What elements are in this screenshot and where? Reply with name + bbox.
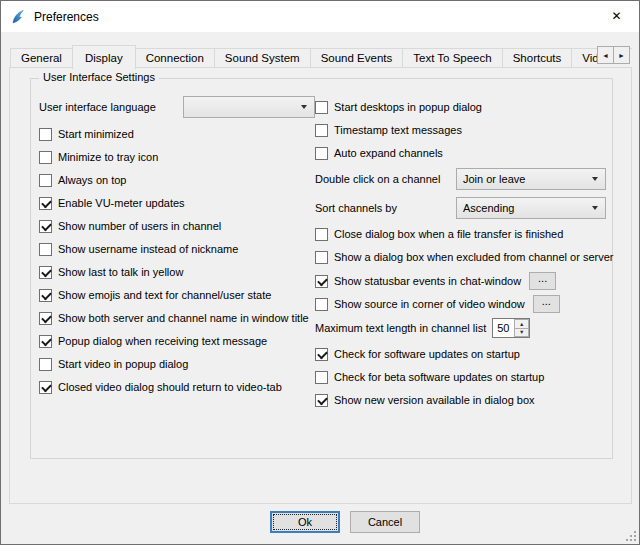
checkbox-show-user-count[interactable]: Show number of users in channel [39,218,315,234]
checkbox-server-channel-in-title[interactable]: Show both server and channel name in win… [39,310,315,326]
checkbox-box [39,197,52,210]
sort-channels-row: Sort channels by Ascending [315,197,606,219]
checkbox-closed-video-return[interactable]: Closed video dialog should return to vid… [39,379,315,395]
right-column: Start desktops in popup dialog Timestamp… [315,96,606,415]
resize-grip[interactable] [624,529,637,542]
checkbox-always-on-top[interactable]: Always on top [39,172,315,188]
arrow-right-icon: ► [618,52,625,59]
chevron-down-icon [592,206,598,210]
checkbox-box [39,358,52,371]
checkbox-last-to-talk-yellow[interactable]: Show last to talk in yellow [39,264,315,280]
checkbox-check-beta-updates[interactable]: Check for beta software updates on start… [315,369,606,385]
display-tab-page: User Interface Settings User interface l… [9,67,632,504]
language-row: User interface language [39,96,315,118]
language-label: User interface language [39,101,156,113]
user-interface-settings-group: User Interface Settings User interface l… [30,78,613,459]
tab-text-to-speech[interactable]: Text To Speech [402,48,502,67]
cancel-button[interactable]: Cancel [350,511,420,533]
checkbox-box[interactable] [315,298,328,311]
app-icon [10,9,26,25]
max-text-length-spinner[interactable]: 50 ▲ ▼ [492,318,530,338]
window-title: Preferences [34,10,99,24]
chevron-down-icon [592,177,598,181]
close-icon: ✕ [611,9,621,23]
language-select[interactable] [183,96,315,118]
checkbox-minimize-to-tray[interactable]: Minimize to tray icon [39,149,315,165]
group-title: User Interface Settings [39,71,159,83]
checkbox-box [39,266,52,279]
checkbox-new-version-dialog[interactable]: Show new version available in dialog box [315,392,606,408]
checkbox-emojis-text-state[interactable]: Show emojis and text for channel/user st… [39,287,315,303]
chevron-down-icon [301,105,307,109]
checkbox-box [39,151,52,164]
tab-connection[interactable]: Connection [135,48,215,67]
left-column: User interface language Start minimized … [39,96,315,415]
checkbox-start-minimized[interactable]: Start minimized [39,126,315,142]
checkbox-popup-on-text-message[interactable]: Popup dialog when receiving text message [39,333,315,349]
close-button[interactable]: ✕ [594,1,639,31]
checkbox-box [315,348,328,361]
sort-channels-label: Sort channels by [315,202,397,214]
max-text-length-label: Maximum text length in channel list [315,322,486,334]
tab-sound-events[interactable]: Sound Events [310,48,404,67]
max-text-length-value: 50 [493,319,514,337]
checkbox-dialog-when-excluded[interactable]: Show a dialog box when excluded from cha… [315,249,606,265]
checkbox-start-video-popup[interactable]: Start video in popup dialog [39,356,315,372]
checkbox-box [315,394,328,407]
dialog-footer: Ok Cancel [1,511,639,533]
checkbox-box [315,147,328,160]
checkbox-start-desktops-popup[interactable]: Start desktops in popup dialog [315,99,606,115]
statusbar-events-label: Show statusbar events in chat-window [334,275,521,287]
tab-scroll-left-button[interactable]: ◄ [597,46,614,64]
double-click-value: Join or leave [463,173,525,185]
checkbox-box [39,174,52,187]
checkbox-box [39,381,52,394]
tab-display[interactable]: Display [72,45,136,69]
double-click-row: Double click on a channel Join or leave [315,168,606,190]
tab-scroll-buttons: ◄ ► [597,46,630,64]
checkbox-box [39,335,52,348]
titlebar[interactable]: Preferences ✕ [1,1,639,32]
statusbar-events-row: Show statusbar events in chat-window ... [315,272,606,290]
checkbox-box [315,101,328,114]
checkbox-box [315,371,328,384]
checkbox-box [315,251,328,264]
checkbox-close-on-file-transfer[interactable]: Close dialog box when a file transfer is… [315,226,606,242]
tab-shortcuts[interactable]: Shortcuts [502,48,573,67]
tab-scroll-right-button[interactable]: ► [613,46,630,64]
checkbox-box [39,243,52,256]
statusbar-events-more-button[interactable]: ... [529,272,556,290]
checkbox-box [39,128,52,141]
spin-down-icon[interactable]: ▼ [514,328,529,338]
checkbox-box [39,312,52,325]
video-source-corner-row: Show source in corner of video window ..… [315,295,606,313]
checkbox-vu-meter-updates[interactable]: Enable VU-meter updates [39,195,315,211]
video-source-label: Show source in corner of video window [334,298,525,310]
checkbox-box[interactable] [315,275,328,288]
tab-strip: General Display Connection Sound System … [10,45,632,69]
checkbox-box [315,228,328,241]
checkbox-show-username[interactable]: Show username instead of nickname [39,241,315,257]
max-text-length-row: Maximum text length in channel list 50 ▲… [315,318,606,338]
tab-general[interactable]: General [10,48,73,67]
ok-button[interactable]: Ok [270,511,340,533]
tab-sound-system[interactable]: Sound System [214,48,311,67]
preferences-dialog: Preferences ✕ General Display Connection… [0,0,640,545]
checkbox-auto-expand-channels[interactable]: Auto expand channels [315,145,606,161]
double-click-select[interactable]: Join or leave [456,168,606,190]
checkbox-box [315,124,328,137]
video-source-more-button[interactable]: ... [533,295,560,313]
sort-channels-value: Ascending [463,202,514,214]
checkbox-box [39,289,52,302]
checkbox-timestamp-messages[interactable]: Timestamp text messages [315,122,606,138]
sort-channels-select[interactable]: Ascending [456,197,606,219]
arrow-left-icon: ◄ [602,52,609,59]
double-click-label: Double click on a channel [315,173,440,185]
checkbox-check-updates[interactable]: Check for software updates on startup [315,346,606,362]
checkbox-box [39,220,52,233]
